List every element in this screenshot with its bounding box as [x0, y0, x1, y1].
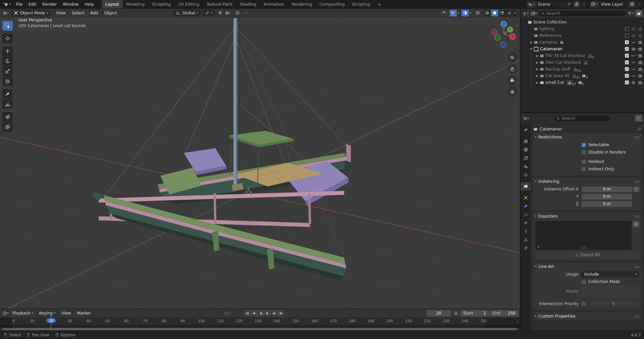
render-camera-toggle[interactable] — [638, 47, 642, 51]
outliner-item-label[interactable]: small Cat — [545, 80, 564, 85]
play-button[interactable] — [264, 310, 271, 316]
expand-arrow-icon[interactable]: ▶ — [535, 74, 540, 77]
jump-to-next-keyframe-button[interactable] — [271, 310, 277, 316]
hide-eye-toggle[interactable] — [631, 27, 636, 31]
outliner-row-references[interactable]: References — [521, 32, 644, 39]
lineart-mask-toggle-4[interactable] — [582, 292, 596, 297]
timeline-menu-view[interactable]: View — [58, 309, 74, 318]
render-camera-toggle[interactable] — [638, 54, 642, 58]
outliner-item-label[interactable]: Scene Collection — [533, 20, 567, 24]
outliner-row-own-cat-blockout[interactable]: ▶Own Cat blockout✓ — [521, 59, 644, 66]
panel-exporters-header[interactable]: ▾Exporters — [533, 212, 642, 220]
auto-keying-toggle[interactable]: ▾ — [224, 311, 230, 316]
outliner-row-cameras[interactable]: ▶Cameras✓ — [521, 39, 644, 46]
shading-material-button[interactable] — [498, 10, 506, 16]
viewport-menu-add[interactable]: Add — [87, 9, 101, 17]
properties-tab-output[interactable] — [521, 146, 531, 154]
properties-tab-particles[interactable] — [521, 210, 531, 219]
workspace-tab-texture-paint[interactable]: Texture Paint — [203, 0, 236, 8]
workspace-tab-shading[interactable]: Shading — [236, 0, 260, 8]
tool-duplicate[interactable] — [2, 122, 13, 132]
properties-tab-scene[interactable] — [521, 162, 531, 171]
hide-eye-toggle[interactable] — [631, 74, 636, 78]
tool-move[interactable] — [2, 46, 13, 56]
outliner-row-tiki-38-cat-blockout[interactable]: ▶Tiki 38 Cat blockout3✓ — [521, 52, 644, 59]
properties-tab-material[interactable] — [521, 244, 531, 252]
tool-cursor[interactable] — [2, 34, 13, 43]
timeline-menu-playback[interactable]: Playback▾ — [9, 309, 36, 318]
properties-tab-object[interactable] — [521, 193, 531, 202]
expand-arrow-icon[interactable]: ▶ — [535, 54, 540, 57]
outliner-item-label[interactable]: Cameras — [539, 40, 557, 45]
outliner-item-label[interactable]: Catamaran — [540, 47, 562, 51]
outliner-row-backup-stuff[interactable]: ▶Backup stuff13✓ — [521, 66, 644, 72]
render-camera-toggle[interactable] — [638, 40, 642, 45]
panel-custom-properties-header[interactable]: ▸Custom Properties — [533, 312, 642, 320]
expand-arrow-icon[interactable]: ▶ — [535, 68, 540, 71]
overlays-toggle[interactable] — [462, 10, 469, 16]
frame-end-field[interactable]: End250 — [490, 310, 519, 317]
expand-arrow-icon[interactable]: ▶ — [535, 81, 540, 84]
exporter-remove-button[interactable] — [633, 228, 639, 234]
expand-arrow-icon[interactable]: ▼ — [529, 48, 534, 51]
proportional-editing-toggle[interactable] — [234, 10, 241, 16]
gizmos-dropdown[interactable]: ▾ — [457, 12, 460, 14]
expand-arrow-icon[interactable]: ▶ — [535, 61, 540, 64]
hide-eye-toggle[interactable] — [631, 34, 636, 38]
tool-measure[interactable] — [2, 99, 13, 109]
outliner-display-mode-button[interactable]: ▾ — [522, 10, 529, 17]
lineart-mask-toggle-0[interactable] — [582, 286, 596, 291]
sidebar-collapse-arrow[interactable]: ‹ — [516, 23, 518, 28]
instance-offset-field-z[interactable]: 0 m — [582, 201, 632, 207]
collection-mask-checkbox[interactable] — [582, 280, 586, 284]
menu-render[interactable]: Render — [39, 0, 60, 8]
timeline-ruler[interactable]: 0103040506070809010011012013014015016017… — [0, 318, 520, 325]
new-collection-button[interactable] — [635, 10, 643, 17]
jump-to-prev-keyframe-button[interactable] — [251, 310, 257, 316]
hide-eye-toggle[interactable] — [631, 54, 636, 58]
snap-toggle[interactable] — [217, 10, 224, 16]
instance-offset-field-x[interactable]: 0 m — [582, 186, 632, 192]
navigation-gizmo[interactable]: Z Y X — [489, 19, 519, 50]
tool-scale[interactable] — [2, 66, 13, 76]
camera-view-button[interactable] — [507, 75, 517, 85]
outliner-search-input[interactable]: Search — [539, 10, 626, 17]
lineart-mask-toggle-1[interactable] — [596, 286, 610, 291]
outliner-item-label[interactable]: References — [539, 33, 562, 38]
outliner-item-label[interactable]: Cat base 00 — [545, 73, 570, 78]
lineart-mask-toggle-3[interactable] — [625, 286, 639, 291]
lineart-mask-toggle-6[interactable] — [611, 292, 625, 297]
xray-toggle[interactable] — [474, 10, 482, 16]
menu-file[interactable]: File — [13, 0, 25, 8]
outliner-row-scene-collection[interactable]: Scene Collection — [521, 19, 644, 25]
hide-eye-toggle[interactable] — [631, 60, 636, 65]
add-workspace-button[interactable]: + — [374, 0, 385, 8]
view-layer-browse-button[interactable]: ▾ — [589, 1, 599, 8]
outliner-item-label[interactable]: Tiki 38 Cat blockout — [545, 53, 585, 58]
timeline-menu-marker[interactable]: Marker — [74, 309, 94, 318]
exporter-add-button[interactable] — [633, 221, 639, 227]
shading-rendered-button[interactable] — [506, 10, 513, 16]
timeline-collapse-arrow[interactable]: ‹ — [517, 319, 519, 324]
perspective-toggle-button[interactable] — [507, 87, 517, 97]
panel-grip[interactable] — [634, 266, 640, 268]
pivot-point-dropdown[interactable]: ▾ — [203, 10, 215, 16]
shading-solid-button[interactable] — [491, 10, 498, 16]
hide-eye-toggle[interactable] — [631, 67, 636, 71]
shading-wireframe-button[interactable] — [484, 10, 491, 16]
properties-tab-view-layer[interactable] — [521, 154, 531, 162]
outliner-item-label[interactable]: lighting — [539, 26, 554, 31]
scene-new-button[interactable] — [573, 1, 581, 8]
properties-tab-world[interactable] — [521, 171, 531, 179]
use-preview-range-toggle[interactable] — [452, 310, 460, 317]
render-camera-toggle[interactable] — [638, 67, 642, 71]
properties-tab-constraints[interactable] — [521, 227, 531, 235]
properties-tab-tool[interactable] — [521, 126, 531, 134]
exclude-checkbox[interactable]: ✓ — [625, 80, 629, 84]
render-camera-toggle[interactable] — [638, 74, 642, 78]
lineart-mask-toggle-7[interactable] — [625, 292, 639, 297]
checkbox-indirect-only[interactable] — [582, 167, 586, 171]
properties-tab-data[interactable] — [521, 235, 531, 244]
workspace-tab-uv-editing[interactable]: UV Editing — [174, 0, 203, 8]
gizmo-axis-z-neg[interactable] — [501, 42, 506, 48]
